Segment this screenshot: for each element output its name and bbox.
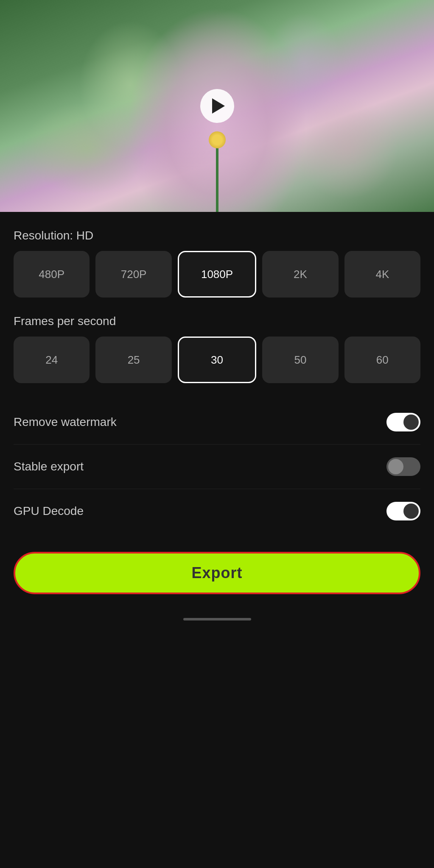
toggle-knob-stable (388, 459, 403, 474)
resolution-section: Resolution: HD 480P 720P 1080P 2K 4K (14, 229, 420, 298)
play-button[interactable] (200, 89, 234, 123)
resolution-4k[interactable]: 4K (344, 251, 420, 298)
export-button[interactable]: Export (14, 552, 420, 594)
video-preview[interactable] (0, 0, 434, 212)
gpu-decode-toggle[interactable] (386, 502, 420, 520)
play-icon (212, 98, 225, 114)
resolution-1080p[interactable]: 1080P (178, 251, 256, 298)
export-section: Export (0, 542, 434, 611)
home-indicator (0, 611, 434, 633)
fps-60[interactable]: 60 (344, 337, 420, 383)
remove-watermark-toggle[interactable] (386, 413, 420, 431)
toggle-knob-gpu (403, 504, 419, 519)
stable-export-toggle[interactable] (386, 457, 420, 476)
fps-25[interactable]: 25 (95, 337, 171, 383)
fps-section: Frames per second 24 25 30 50 60 (14, 314, 420, 383)
toggle-knob-watermark (403, 415, 419, 430)
fps-24[interactable]: 24 (14, 337, 90, 383)
fps-label: Frames per second (14, 314, 420, 328)
resolution-480p[interactable]: 480P (14, 251, 90, 298)
resolution-2k[interactable]: 2K (262, 251, 338, 298)
remove-watermark-label: Remove watermark (14, 415, 117, 429)
home-bar (183, 618, 251, 620)
resolution-720p[interactable]: 720P (95, 251, 171, 298)
resolution-label: Resolution: HD (14, 229, 420, 242)
controls-section: Resolution: HD 480P 720P 1080P 2K 4K Fra… (0, 212, 434, 542)
gpu-decode-label: GPU Decode (14, 504, 84, 518)
stable-export-row: Stable export (14, 445, 420, 489)
fps-30[interactable]: 30 (178, 337, 256, 383)
fps-options: 24 25 30 50 60 (14, 337, 420, 383)
resolution-options: 480P 720P 1080P 2K 4K (14, 251, 420, 298)
gpu-decode-row: GPU Decode (14, 489, 420, 533)
stable-export-label: Stable export (14, 460, 84, 473)
fps-50[interactable]: 50 (262, 337, 338, 383)
remove-watermark-row: Remove watermark (14, 400, 420, 445)
